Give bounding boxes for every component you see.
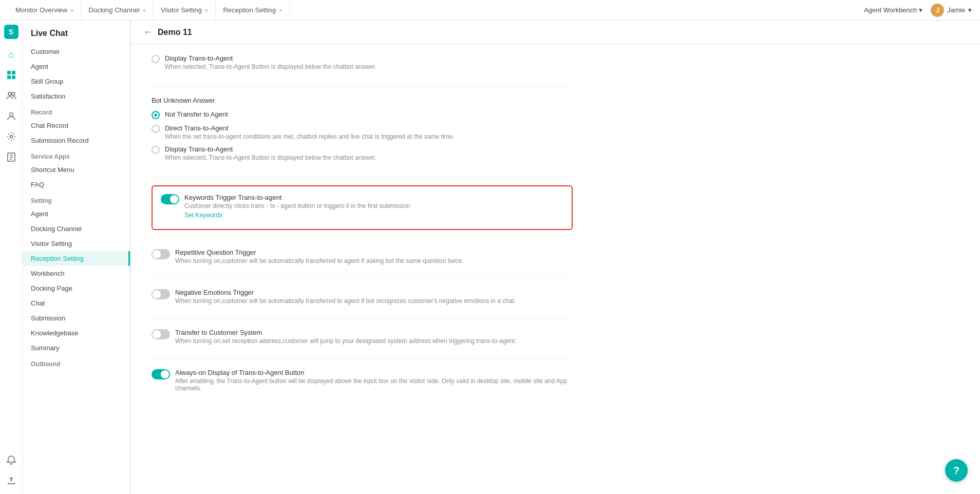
nav-icon-grid[interactable] [2, 66, 21, 84]
tab-close-visitor-setting[interactable]: × [205, 7, 208, 13]
sidebar-item-agent-setting[interactable]: Agent [23, 206, 130, 221]
keywords-toggle-text: Keywords Trigger Trans-to-agent Customer… [184, 194, 563, 219]
tab-label-reception-setting: Reception Setting [223, 6, 276, 14]
sidebar-group-outbound: Outbound [23, 355, 130, 370]
nav-icon-upload[interactable] [2, 471, 21, 490]
settings-body[interactable]: Display Trans-to-Agent When selected, Tr… [131, 44, 980, 494]
app-logo[interactable]: S [4, 25, 18, 39]
always-on-toggle[interactable] [152, 369, 170, 379]
radio-circle-display-trans[interactable] [152, 146, 160, 154]
sidebar-item-docking-channel[interactable]: Docking Channel [23, 221, 130, 236]
sidebar-item-faq[interactable]: FAQ [23, 177, 130, 192]
sidebar-group-setting: Setting [23, 192, 130, 206]
negative-emotions-block: Negative Emotions Trigger When turning o… [152, 278, 573, 318]
topbar-right: Agent Workbench ▾ J Jamie ▾ [864, 4, 972, 17]
back-button[interactable]: ← [143, 27, 153, 37]
svg-rect-0 [7, 71, 11, 74]
tab-label-monitor-overview: Monitor Overview [15, 6, 67, 14]
keywords-toggle-row: Keywords Trigger Trans-to-agent Customer… [161, 194, 563, 219]
tab-visitor-setting[interactable]: Visitor Setting× [154, 0, 216, 20]
nav-icon-gear[interactable] [2, 127, 21, 146]
topbar: Monitor Overview×Docking Channel×Visitor… [0, 0, 980, 21]
main-layout: S ⌂ Live Chat CustomerAgentSkill GroupSa… [0, 21, 980, 494]
sidebar-item-chat[interactable]: Chat [23, 296, 130, 311]
svg-point-6 [9, 113, 13, 117]
negative-emotions-label: Negative Emotions Trigger [175, 289, 573, 296]
svg-point-7 [10, 136, 12, 138]
keywords-trigger-label: Keywords Trigger Trans-to-agent [184, 194, 563, 201]
tab-close-reception-setting[interactable]: × [279, 7, 282, 13]
sidebar-item-agent[interactable]: Agent [23, 59, 130, 74]
repetitive-trigger-toggle[interactable] [152, 249, 170, 259]
transfer-customer-desc: When turning on,set reception address,cu… [175, 337, 573, 345]
agent-workbench-menu[interactable]: Agent Workbench ▾ [864, 6, 922, 14]
sidebar-item-skill-group[interactable]: Skill Group [23, 74, 130, 89]
transfer-toggle-text: Transfer to Customer System When turning… [175, 329, 573, 345]
avatar: J [931, 4, 944, 17]
radio-label-direct-trans: Direct Trans-to-Agent [165, 124, 455, 132]
radio-desc-display-trans: When selected, Trans-to-Agent Button is … [165, 154, 376, 161]
radio-circle-direct-trans[interactable] [152, 125, 160, 133]
tab-label-visitor-setting: Visitor Setting [161, 6, 202, 14]
chevron-down-icon: ▾ [919, 6, 922, 14]
sidebar-item-customer[interactable]: Customer [23, 44, 130, 59]
display-trans-desc-top: When selected, Trans-to-Agent Button is … [165, 63, 376, 70]
svg-rect-2 [7, 75, 11, 79]
sidebar-item-chat-record[interactable]: Chat Record [23, 118, 130, 133]
tab-docking-channel[interactable]: Docking Channel× [82, 0, 154, 20]
nav-icon-book[interactable] [2, 148, 21, 166]
radio-circle-not-transfer[interactable] [152, 111, 160, 119]
user-menu[interactable]: J Jamie ▾ [931, 4, 972, 17]
sidebar-item-visitor-setting[interactable]: Visitor Setting [23, 236, 130, 251]
nav-icon-group[interactable] [2, 86, 21, 105]
set-keywords-link[interactable]: Set Keywords [184, 212, 563, 219]
repetitive-trigger-label: Repetitive Question Trigger [175, 249, 573, 256]
keywords-trigger-desc: Customer directly clicks trans - to - ag… [184, 202, 563, 210]
page-title: Demo 11 [158, 28, 192, 37]
sidebar-item-satisfaction[interactable]: Satisfaction [23, 89, 130, 104]
negative-emotions-toggle[interactable] [152, 289, 170, 299]
radio-display-trans-top[interactable] [152, 55, 160, 63]
icon-bar: S ⌂ [0, 21, 23, 494]
tabs-bar: Monitor Overview×Docking Channel×Visitor… [8, 0, 290, 20]
nav-icon-person[interactable] [2, 107, 21, 125]
tab-label-docking-channel: Docking Channel [89, 6, 140, 14]
nav-icon-home[interactable]: ⌂ [2, 45, 21, 64]
tab-reception-setting[interactable]: Reception Setting× [216, 0, 290, 20]
sidebar-item-submission-record[interactable]: Submission Record [23, 133, 130, 148]
tab-close-docking-channel[interactable]: × [143, 7, 146, 13]
tab-close-monitor-overview[interactable]: × [70, 7, 73, 13]
transfer-toggle-row: Transfer to Customer System When turning… [152, 329, 573, 345]
transfer-customer-block: Transfer to Customer System When turning… [152, 318, 573, 358]
display-trans-option-top: Display Trans-to-Agent When selected, Tr… [152, 54, 573, 70]
radio-option-direct-trans: Direct Trans-to-AgentWhen the set trans-… [152, 124, 573, 140]
repetitive-toggle-text: Repetitive Question Trigger When turning… [175, 249, 573, 264]
sidebar-item-reception-setting[interactable]: Reception Setting [23, 251, 130, 266]
transfer-customer-label: Transfer to Customer System [175, 329, 573, 336]
help-button[interactable]: ? [945, 459, 968, 482]
radio-option-display-trans: Display Trans-to-AgentWhen selected, Tra… [152, 145, 573, 161]
nav-icon-bell[interactable] [2, 451, 21, 469]
sidebar-item-shortcut-menu[interactable]: Shortcut Menu [23, 162, 130, 177]
bot-unknown-heading: Bot Unknown Answer [152, 97, 573, 104]
svg-point-4 [8, 92, 11, 96]
negative-toggle-text: Negative Emotions Trigger When turning o… [175, 289, 573, 305]
repetitive-trigger-block: Repetitive Question Trigger When turning… [152, 238, 573, 278]
sidebar-item-knowledgebase[interactable]: Knowledgebase [23, 326, 130, 340]
sidebar-item-workbench[interactable]: Workbench [23, 266, 130, 281]
content-header: ← Demo 11 [131, 21, 980, 44]
transfer-customer-toggle[interactable] [152, 329, 170, 339]
negative-toggle-row: Negative Emotions Trigger When turning o… [152, 289, 573, 305]
always-on-label: Always-on Display of Trans-to-Agent Butt… [175, 369, 573, 376]
sidebar-item-summary[interactable]: Summary [23, 340, 130, 355]
keywords-trigger-toggle[interactable] [161, 194, 179, 204]
sidebar-item-submission[interactable]: Submission [23, 311, 130, 326]
bot-options-container: Not Transfer to AgentDirect Trans-to-Age… [152, 110, 573, 161]
agent-workbench-label: Agent Workbench [864, 6, 917, 14]
display-trans-block-top: Display Trans-to-Agent When selected, Tr… [152, 44, 573, 86]
settings-inner: Display Trans-to-Agent When selected, Tr… [131, 44, 593, 426]
tab-monitor-overview[interactable]: Monitor Overview× [8, 0, 82, 20]
svg-point-5 [12, 92, 15, 96]
display-trans-label-top: Display Trans-to-Agent [165, 54, 376, 62]
sidebar-item-docking-page[interactable]: Docking Page [23, 281, 130, 296]
